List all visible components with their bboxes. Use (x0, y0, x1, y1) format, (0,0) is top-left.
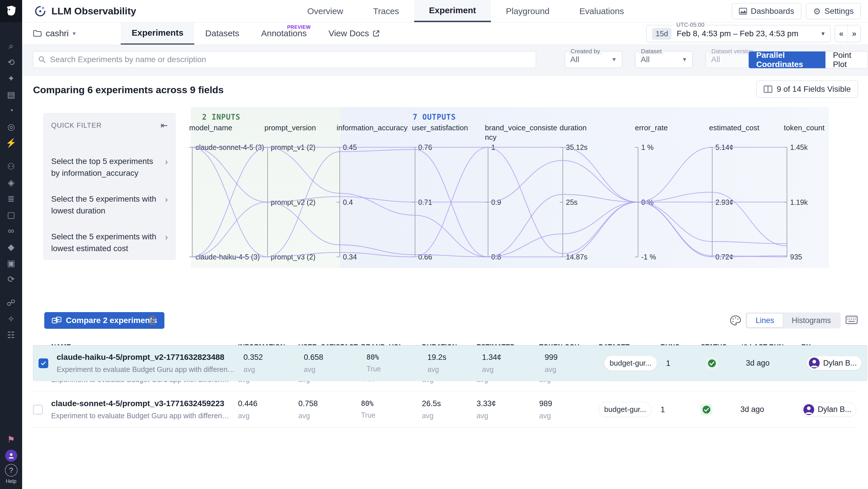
llm-observability-icon (34, 5, 46, 17)
datadog-logo[interactable] (0, 0, 22, 22)
axis-information_accuracy[interactable] (339, 147, 340, 257)
plot-option-point-plot[interactable]: Point Plot (826, 52, 868, 68)
axis-brand_voice_consistency[interactable] (488, 147, 488, 257)
workflows-icon[interactable]: ✧ (0, 311, 22, 327)
search-icon[interactable]: ⌕ (0, 38, 22, 54)
sub-tab-experiments[interactable]: Experiments (121, 22, 194, 45)
top-tab-playground[interactable]: Playground (491, 0, 564, 22)
top-tabs: OverviewTracesExperimentPlaygroundEvalua… (292, 0, 639, 22)
whats-new-icon[interactable]: ⚑ (7, 431, 15, 447)
metric-value: 19.2s (427, 353, 482, 362)
axis-tick-label: -1 % (641, 253, 656, 261)
metric-sub-label: avg (238, 412, 298, 420)
axis-title-duration: duration (560, 123, 635, 133)
axis-token_count[interactable] (787, 147, 787, 257)
delete-selection-button[interactable] (147, 314, 157, 327)
top-tab-overview[interactable]: Overview (292, 0, 358, 22)
logs-icon[interactable]: ≣ (0, 191, 22, 206)
quick-filter-item-2[interactable]: Select the 5 experiments with lowest dur… (51, 193, 168, 217)
service-map-icon[interactable]: ∞ (0, 223, 22, 239)
by-cell: Dylan B... (801, 402, 858, 417)
time-back-button[interactable]: « (835, 25, 847, 42)
search-input[interactable] (50, 55, 531, 64)
axis-error_rate[interactable] (638, 147, 638, 257)
dataset-pill[interactable]: budget-gur... (599, 402, 652, 417)
containers-icon[interactable]: ▣ (0, 255, 22, 271)
experiment-description: Experiment to evaluate Budget Guru app w… (51, 412, 229, 420)
plot-option-parallel-coordinates[interactable]: Parallel Coordinates (749, 52, 826, 68)
metric-cell: 80%True (367, 353, 427, 373)
status-passed-icon (702, 405, 711, 414)
sub-tab-annotations[interactable]: AnnotationsPREVIEW (250, 22, 317, 45)
name-cell[interactable]: claude-haiku-4-5/prompt_v2-1771632823488… (57, 353, 243, 374)
axis-model_name[interactable] (192, 147, 192, 257)
color-palette-button[interactable] (730, 315, 741, 327)
dataset-select[interactable]: Dataset All ▼ (635, 51, 693, 68)
settings-button[interactable]: ⚙ Settings (806, 3, 861, 19)
time-range-picker[interactable]: UTC-05:00 15d Feb 8, 4:53 pm – Feb 23, 4… (646, 25, 831, 42)
axis-user_satisfaction[interactable] (415, 147, 415, 257)
axis-tick (189, 147, 192, 148)
metric-sub-label: avg (298, 412, 361, 420)
bits-ai-icon[interactable]: ✦ (0, 70, 22, 86)
axis-tick (337, 257, 339, 257)
datadog-dog-icon (5, 5, 18, 18)
sub-tab-view-docs[interactable]: View Docs (318, 22, 391, 45)
quick-filter-panel: QUICK FILTER ⇤ Select the top 5 experime… (43, 113, 176, 260)
infrastructure-icon[interactable]: ▢ (0, 206, 22, 223)
compare-experiments-button[interactable]: Compare 2 experiments (44, 312, 164, 329)
metric-sub-label: True (361, 411, 422, 420)
keyboard-shortcuts-button[interactable] (845, 315, 858, 326)
axis-estimated_cost[interactable] (712, 147, 713, 257)
org-icon[interactable]: ⚇ (0, 158, 22, 174)
ci-cd-icon[interactable]: ◈ (0, 174, 22, 191)
top-tab-experiment[interactable]: Experiment (414, 0, 491, 22)
history-icon[interactable]: ⟲ (0, 54, 22, 70)
error-tracking-icon[interactable]: ☍ (0, 294, 22, 311)
table-row[interactable]: claude-haiku-4-5/prompt_v2-1771632823488… (33, 345, 867, 381)
axis-duration[interactable] (562, 147, 563, 257)
user-avatar[interactable] (5, 450, 17, 462)
dataset-pill[interactable]: budget-gur... (604, 355, 657, 371)
chevron-down-icon: ▼ (606, 56, 617, 63)
integrations-icon[interactable]: ⚡ (0, 135, 22, 151)
apm-icon[interactable]: ◎ (0, 118, 22, 135)
metric-cell: 0.758avg (298, 399, 361, 420)
quick-filter-item-1[interactable]: Select the top 5 experiments by informat… (51, 155, 168, 179)
rum-icon[interactable]: ☷ (0, 327, 22, 343)
view-option-lines[interactable]: Lines (747, 313, 783, 328)
axis-tick-label: 0.76 (418, 143, 432, 152)
top-tab-evaluations[interactable]: Evaluations (564, 0, 639, 22)
axis-tick (784, 147, 787, 148)
time-controls: UTC-05:00 15d Feb 8, 4:53 pm – Feb 23, 4… (646, 25, 861, 42)
axis-title-brand_voice_consistency: brand_voice_consistency (485, 123, 560, 142)
author-pill[interactable]: Dylan B... (807, 356, 862, 370)
time-forward-button[interactable]: » (847, 25, 861, 42)
collapse-panel-icon[interactable]: ⇤ (161, 120, 168, 130)
dashboards-button[interactable]: Dashboards (732, 3, 801, 19)
name-cell[interactable]: claude-sonnet-4-5/prompt_v3-177163245922… (51, 399, 238, 420)
sync-icon[interactable]: ⟳ (0, 271, 22, 287)
view-option-histograms[interactable]: Histograms (783, 314, 840, 327)
axis-tick (709, 202, 712, 202)
help-icon[interactable]: ? (5, 464, 18, 477)
monitors-icon[interactable]: ◔ (0, 103, 22, 118)
project-selector[interactable]: cashri ▾ (33, 22, 75, 45)
fields-visible-label: 9 of 14 Fields Visible (777, 85, 851, 94)
row-checkbox[interactable] (33, 405, 43, 414)
chevron-down-icon: ▼ (677, 56, 687, 63)
table-row[interactable]: claude-sonnet-4-5/prompt_v3-177163245922… (33, 392, 858, 428)
quick-filter-item-3[interactable]: Select the 5 experiments with lowest est… (51, 231, 168, 254)
author-pill[interactable]: Dylan B... (801, 402, 856, 417)
metric-value: 0.658 (304, 353, 367, 362)
top-tab-traces[interactable]: Traces (358, 0, 414, 22)
sub-tab-datasets[interactable]: Datasets (194, 22, 250, 45)
metrics-icon[interactable]: ▤ (0, 86, 22, 103)
axis-tick-label: 1 (491, 143, 495, 152)
row-checkbox[interactable] (38, 358, 48, 368)
axis-prompt_version[interactable] (267, 147, 268, 257)
security-icon[interactable]: ◆ (0, 239, 22, 255)
dashboards-label: Dashboards (751, 7, 794, 16)
created-by-select[interactable]: Created by All ▼ (565, 51, 622, 68)
fields-visible-button[interactable]: 9 of 14 Fields Visible (756, 81, 858, 98)
